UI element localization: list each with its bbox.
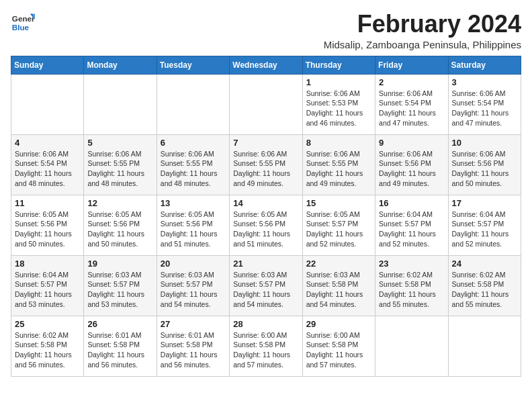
day-number: 6	[161, 138, 226, 148]
day-number: 11	[15, 198, 80, 208]
cell-content: Sunrise: 6:05 AMSunset: 5:56 PMDaylight:…	[233, 210, 298, 249]
cell-content: Sunrise: 6:04 AMSunset: 5:57 PMDaylight:…	[452, 210, 517, 249]
calendar-cell: 26Sunrise: 6:01 AMSunset: 5:58 PMDayligh…	[84, 316, 157, 376]
cell-content: Sunrise: 6:03 AMSunset: 5:58 PMDaylight:…	[306, 270, 371, 310]
calendar-cell	[84, 74, 157, 134]
day-number: 27	[161, 319, 226, 329]
day-number: 24	[452, 259, 517, 269]
calendar-cell: 14Sunrise: 6:05 AMSunset: 5:56 PMDayligh…	[230, 195, 302, 255]
calendar-week-row: 4Sunrise: 6:06 AMSunset: 5:54 PMDaylight…	[11, 134, 521, 195]
cell-content: Sunrise: 6:06 AMSunset: 5:56 PMDaylight:…	[379, 149, 444, 189]
calendar-cell: 18Sunrise: 6:04 AMSunset: 5:57 PMDayligh…	[11, 255, 84, 316]
cell-content: Sunrise: 6:06 AMSunset: 5:54 PMDaylight:…	[15, 149, 80, 189]
calendar-cell: 20Sunrise: 6:03 AMSunset: 5:57 PMDayligh…	[157, 255, 229, 316]
svg-text:General: General	[12, 14, 35, 23]
day-number: 19	[87, 259, 152, 269]
day-number: 13	[161, 198, 226, 208]
day-number: 8	[306, 138, 371, 148]
day-number: 17	[452, 198, 517, 208]
cell-content: Sunrise: 6:05 AMSunset: 5:56 PMDaylight:…	[87, 210, 152, 249]
weekday-header-friday: Friday	[375, 56, 448, 74]
cell-content: Sunrise: 6:02 AMSunset: 5:58 PMDaylight:…	[15, 330, 80, 370]
cell-content: Sunrise: 6:06 AMSunset: 5:54 PMDaylight:…	[379, 89, 444, 128]
day-number: 16	[379, 198, 444, 208]
calendar-cell	[157, 74, 229, 134]
calendar-cell: 29Sunrise: 6:00 AMSunset: 5:58 PMDayligh…	[302, 316, 375, 376]
cell-content: Sunrise: 6:01 AMSunset: 5:58 PMDaylight:…	[87, 330, 152, 370]
cell-content: Sunrise: 6:03 AMSunset: 5:57 PMDaylight:…	[233, 270, 298, 310]
day-number: 28	[233, 319, 298, 329]
calendar-cell: 21Sunrise: 6:03 AMSunset: 5:57 PMDayligh…	[230, 255, 302, 316]
cell-content: Sunrise: 6:04 AMSunset: 5:57 PMDaylight:…	[15, 270, 80, 310]
calendar-cell	[448, 316, 521, 376]
day-number: 29	[306, 319, 371, 329]
day-number: 18	[15, 259, 80, 269]
cell-content: Sunrise: 6:06 AMSunset: 5:54 PMDaylight:…	[452, 89, 517, 128]
calendar-cell: 17Sunrise: 6:04 AMSunset: 5:57 PMDayligh…	[448, 195, 521, 255]
cell-content: Sunrise: 6:06 AMSunset: 5:56 PMDaylight:…	[452, 149, 517, 189]
day-number: 20	[161, 259, 226, 269]
calendar-cell: 23Sunrise: 6:02 AMSunset: 5:58 PMDayligh…	[375, 255, 448, 316]
calendar-cell: 16Sunrise: 6:04 AMSunset: 5:57 PMDayligh…	[375, 195, 448, 255]
calendar-cell	[375, 316, 448, 376]
cell-content: Sunrise: 6:02 AMSunset: 5:58 PMDaylight:…	[379, 270, 444, 310]
weekday-header-monday: Monday	[84, 56, 157, 74]
cell-content: Sunrise: 6:05 AMSunset: 5:56 PMDaylight:…	[15, 210, 80, 249]
calendar-cell: 13Sunrise: 6:05 AMSunset: 5:56 PMDayligh…	[157, 195, 229, 255]
calendar-cell: 11Sunrise: 6:05 AMSunset: 5:56 PMDayligh…	[11, 195, 84, 255]
calendar-cell	[11, 74, 84, 134]
logo-icon: General Blue	[11, 11, 35, 35]
logo: General Blue	[11, 11, 35, 35]
day-number: 21	[233, 259, 298, 269]
calendar-cell: 28Sunrise: 6:00 AMSunset: 5:58 PMDayligh…	[230, 316, 302, 376]
calendar-cell: 19Sunrise: 6:03 AMSunset: 5:57 PMDayligh…	[84, 255, 157, 316]
weekday-header-sunday: Sunday	[11, 56, 84, 74]
cell-content: Sunrise: 6:00 AMSunset: 5:58 PMDaylight:…	[233, 330, 298, 370]
cell-content: Sunrise: 6:03 AMSunset: 5:57 PMDaylight:…	[87, 270, 152, 310]
calendar-cell: 7Sunrise: 6:06 AMSunset: 5:55 PMDaylight…	[230, 134, 302, 195]
cell-content: Sunrise: 6:02 AMSunset: 5:58 PMDaylight:…	[452, 270, 517, 310]
cell-content: Sunrise: 6:04 AMSunset: 5:57 PMDaylight:…	[379, 210, 444, 249]
calendar-cell: 5Sunrise: 6:06 AMSunset: 5:55 PMDaylight…	[84, 134, 157, 195]
calendar-cell: 10Sunrise: 6:06 AMSunset: 5:56 PMDayligh…	[448, 134, 521, 195]
day-number: 15	[306, 198, 371, 208]
cell-content: Sunrise: 6:01 AMSunset: 5:58 PMDaylight:…	[161, 330, 226, 370]
title-area: February 2024 Midsalip, Zamboanga Penins…	[324, 11, 521, 50]
calendar-cell: 12Sunrise: 6:05 AMSunset: 5:56 PMDayligh…	[84, 195, 157, 255]
day-number: 3	[452, 77, 517, 87]
svg-text:Blue: Blue	[12, 23, 30, 32]
day-number: 25	[15, 319, 80, 329]
calendar-cell: 2Sunrise: 6:06 AMSunset: 5:54 PMDaylight…	[375, 74, 448, 134]
day-number: 26	[87, 319, 152, 329]
calendar-cell: 15Sunrise: 6:05 AMSunset: 5:57 PMDayligh…	[302, 195, 375, 255]
weekday-header-row: SundayMondayTuesdayWednesdayThursdayFrid…	[11, 56, 521, 74]
calendar-cell: 9Sunrise: 6:06 AMSunset: 5:56 PMDaylight…	[375, 134, 448, 195]
calendar-cell: 1Sunrise: 6:06 AMSunset: 5:53 PMDaylight…	[302, 74, 375, 134]
calendar-week-row: 25Sunrise: 6:02 AMSunset: 5:58 PMDayligh…	[11, 316, 521, 376]
cell-content: Sunrise: 6:03 AMSunset: 5:57 PMDaylight:…	[161, 270, 226, 310]
calendar-cell: 22Sunrise: 6:03 AMSunset: 5:58 PMDayligh…	[302, 255, 375, 316]
cell-content: Sunrise: 6:06 AMSunset: 5:55 PMDaylight:…	[161, 149, 226, 189]
day-number: 9	[379, 138, 444, 148]
day-number: 2	[379, 77, 444, 87]
page-header: General Blue February 2024 Midsalip, Zam…	[11, 11, 521, 50]
weekday-header-thursday: Thursday	[302, 56, 375, 74]
day-number: 22	[306, 259, 371, 269]
day-number: 4	[15, 138, 80, 148]
cell-content: Sunrise: 6:06 AMSunset: 5:53 PMDaylight:…	[306, 89, 371, 128]
cell-content: Sunrise: 6:05 AMSunset: 5:56 PMDaylight:…	[161, 210, 226, 249]
calendar-week-row: 11Sunrise: 6:05 AMSunset: 5:56 PMDayligh…	[11, 195, 521, 255]
calendar-cell: 3Sunrise: 6:06 AMSunset: 5:54 PMDaylight…	[448, 74, 521, 134]
calendar-week-row: 1Sunrise: 6:06 AMSunset: 5:53 PMDaylight…	[11, 74, 521, 134]
weekday-header-tuesday: Tuesday	[157, 56, 229, 74]
cell-content: Sunrise: 6:06 AMSunset: 5:55 PMDaylight:…	[87, 149, 152, 189]
cell-content: Sunrise: 6:06 AMSunset: 5:55 PMDaylight:…	[233, 149, 298, 189]
calendar-cell: 6Sunrise: 6:06 AMSunset: 5:55 PMDaylight…	[157, 134, 229, 195]
calendar-cell: 27Sunrise: 6:01 AMSunset: 5:58 PMDayligh…	[157, 316, 229, 376]
calendar-subtitle: Midsalip, Zamboanga Peninsula, Philippin…	[324, 39, 521, 50]
calendar-cell: 25Sunrise: 6:02 AMSunset: 5:58 PMDayligh…	[11, 316, 84, 376]
calendar-week-row: 18Sunrise: 6:04 AMSunset: 5:57 PMDayligh…	[11, 255, 521, 316]
cell-content: Sunrise: 6:00 AMSunset: 5:58 PMDaylight:…	[306, 330, 371, 370]
day-number: 10	[452, 138, 517, 148]
cell-content: Sunrise: 6:06 AMSunset: 5:55 PMDaylight:…	[306, 149, 371, 189]
